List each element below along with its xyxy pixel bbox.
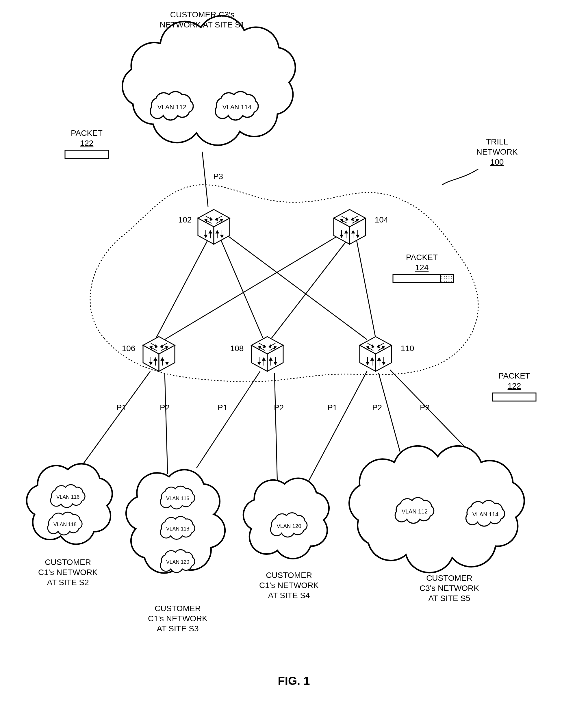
- port-p3-102: P3: [213, 172, 223, 181]
- svg-rect-35: [492, 393, 536, 401]
- label-108: 108: [230, 344, 244, 353]
- svg-line-24: [219, 237, 263, 338]
- svg-text:C1's NETWORK: C1's NETWORK: [259, 581, 319, 590]
- svg-rect-32: [441, 274, 454, 282]
- svg-rect-19: [65, 150, 108, 158]
- svg-rect-31: [393, 274, 441, 282]
- vlan-118-s2: VLAN 118: [54, 522, 77, 527]
- link-s1-102: [202, 152, 208, 207]
- router-104: [334, 209, 365, 244]
- svg-text:C1's NETWORK: C1's NETWORK: [148, 614, 208, 623]
- label-110: 110: [401, 344, 414, 353]
- cloud-c3-s5: VLAN 112 VLAN 114 CUSTOMER C3's NETWORK …: [349, 446, 524, 603]
- svg-text:TRILL: TRILL: [486, 137, 508, 146]
- svg-line-39: [274, 373, 277, 485]
- diagram-canvas: CUSTOMER C3's NETWORK AT SITE S1 VLAN 11…: [0, 0, 588, 714]
- svg-text:NETWORK: NETWORK: [476, 147, 518, 156]
- core-links: [156, 234, 376, 339]
- vlan-116-s2: VLAN 116: [56, 494, 80, 500]
- svg-text:AT SITE S3: AT SITE S3: [156, 624, 198, 633]
- svg-text:P1: P1: [328, 403, 337, 412]
- svg-text:PACKET: PACKET: [406, 253, 438, 262]
- svg-line-23: [156, 234, 211, 338]
- router-106: [143, 337, 175, 371]
- cloud-c3-s1: CUSTOMER C3's NETWORK AT SITE S1 VLAN 11…: [122, 10, 295, 145]
- vlan-112-s1: VLAN 112: [158, 103, 186, 111]
- vlan-112-s5: VLAN 112: [402, 508, 428, 514]
- router-102: [198, 209, 230, 244]
- vlan-118-s3: VLAN 118: [166, 526, 189, 532]
- router-110: [360, 337, 392, 371]
- svg-text:122: 122: [508, 381, 521, 391]
- svg-text:C3's NETWORK: C3's NETWORK: [420, 584, 479, 593]
- svg-line-26: [165, 234, 341, 339]
- svg-text:122: 122: [80, 139, 93, 148]
- svg-text:124: 124: [415, 263, 429, 272]
- cloud-c1-s3: VLAN 116 VLAN 118 VLAN 120 CUSTOMER C1's…: [126, 470, 225, 633]
- svg-text:CUSTOMER: CUSTOMER: [154, 604, 201, 613]
- label-104: 104: [375, 215, 388, 224]
- vlan-114-s5: VLAN 114: [472, 511, 499, 518]
- svg-text:AT SITE S5: AT SITE S5: [428, 594, 470, 603]
- title-line2: NETWORK AT SITE S1: [160, 20, 245, 29]
- svg-text:PACKET: PACKET: [499, 371, 530, 380]
- svg-text:CUSTOMER: CUSTOMER: [266, 571, 312, 580]
- svg-text:P1: P1: [117, 403, 126, 412]
- svg-line-37: [165, 373, 168, 474]
- svg-line-38: [196, 371, 260, 468]
- cloud-c1-s4: VLAN 120 CUSTOMER C1's NETWORK AT SITE S…: [243, 478, 329, 600]
- svg-text:100: 100: [490, 158, 504, 166]
- router-108: [251, 337, 283, 371]
- svg-text:CUSTOMER: CUSTOMER: [45, 558, 91, 567]
- figure-caption: FIG. 1: [278, 674, 310, 687]
- vlan-116-s3: VLAN 116: [166, 496, 189, 501]
- svg-text:C1's NETWORK: C1's NETWORK: [38, 568, 98, 577]
- vlan-114-s1: VLAN 114: [223, 103, 251, 111]
- cloud-c1-s2: VLAN 116 VLAN 118 CUSTOMER C1's NETWORK …: [26, 464, 112, 587]
- svg-text:PACKET: PACKET: [71, 129, 103, 138]
- packet-124: PACKET 124: [393, 253, 454, 282]
- label-102: 102: [178, 215, 192, 224]
- vlan-120-s3: VLAN 120: [166, 559, 189, 565]
- svg-text:P2: P2: [160, 403, 170, 412]
- label-106: 106: [122, 344, 135, 353]
- svg-line-28: [355, 234, 376, 338]
- svg-text:AT SITE S4: AT SITE S4: [268, 591, 310, 600]
- packet-122-right: PACKET 122: [492, 371, 536, 401]
- svg-text:P2: P2: [372, 403, 382, 412]
- title-line1: CUSTOMER C3's: [170, 10, 235, 19]
- svg-text:P1: P1: [217, 403, 227, 412]
- svg-line-25: [225, 234, 367, 339]
- svg-text:CUSTOMER: CUSTOMER: [426, 573, 472, 583]
- port-labels: P1 P2 P1 P2 P1 P2 P3: [117, 403, 430, 412]
- svg-line-40: [306, 371, 367, 485]
- trill-network-label: TRILL NETWORK 100: [442, 137, 518, 185]
- svg-line-36: [78, 371, 150, 471]
- vlan-120-s4: VLAN 120: [276, 523, 301, 529]
- svg-text:P3: P3: [420, 403, 430, 412]
- svg-text:P2: P2: [274, 403, 284, 412]
- svg-text:AT SITE S2: AT SITE S2: [47, 578, 89, 587]
- packet-122-upper: PACKET 122: [65, 129, 108, 158]
